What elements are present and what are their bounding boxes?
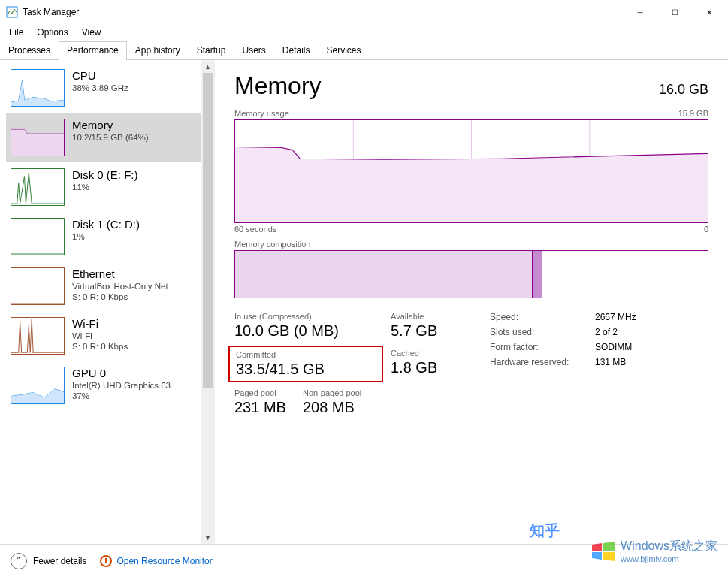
- sidebar-cpu-title: CPU: [72, 69, 128, 82]
- sidebar-disk1-sub: 1%: [72, 232, 140, 241]
- sidebar-item-wifi[interactable]: Wi-Fi Wi-Fi S: 0 R: 0 Kbps: [6, 311, 201, 361]
- maximize-button[interactable]: ☐: [657, 0, 692, 24]
- svg-marker-1: [11, 80, 64, 106]
- windows-logo-icon: [591, 540, 616, 563]
- svg-marker-3: [11, 389, 64, 403]
- axis-right: 0: [704, 225, 708, 234]
- tab-users[interactable]: Users: [234, 41, 273, 60]
- sidebar-ethernet-sub2: S: 0 R: 0 Kbps: [72, 292, 168, 301]
- performance-sidebar: CPU 38% 3.89 GHz Memory 10.2/15.9 GB (64…: [0, 60, 201, 544]
- app-icon: [6, 6, 18, 18]
- fewer-details-button[interactable]: ˄ Fewer details: [11, 553, 86, 569]
- tab-bar: Processes Performance App history Startu…: [0, 41, 728, 60]
- menubar: File Options View: [0, 24, 728, 41]
- memory-usage-chart[interactable]: [234, 119, 708, 223]
- comp-in-use-segment: [235, 251, 533, 298]
- resource-monitor-icon: [100, 555, 112, 567]
- usage-chart-label: Memory usage: [234, 109, 289, 118]
- watermark-zhihu: 知乎: [530, 521, 560, 541]
- sidebar-gpu0-sub2: 37%: [72, 391, 171, 400]
- memory-total: 16.0 GB: [659, 82, 708, 98]
- menu-view[interactable]: View: [76, 26, 107, 39]
- sidebar-memory-title: Memory: [72, 119, 149, 131]
- ethernet-thumbnail-chart: [11, 267, 65, 305]
- disk0-thumbnail-chart: [11, 168, 65, 206]
- chevron-up-icon: ˄: [11, 553, 27, 569]
- menu-file[interactable]: File: [3, 26, 29, 39]
- svg-marker-9: [592, 543, 602, 551]
- stat-available: Available 5.7 GB: [391, 312, 473, 340]
- sidebar-wifi-sub2: S: 0 R: 0 Kbps: [72, 342, 128, 351]
- usage-chart-max: 15.9 GB: [678, 109, 708, 118]
- close-button[interactable]: ✕: [692, 0, 726, 24]
- memory-panel: Memory 16.0 GB Memory usage 15.9 GB 60 s…: [215, 60, 728, 544]
- wifi-thumbnail-chart: [11, 317, 65, 355]
- open-resource-monitor-link[interactable]: Open Resource Monitor: [100, 555, 212, 567]
- tab-performance[interactable]: Performance: [59, 41, 127, 60]
- sidebar-item-disk0[interactable]: Disk 0 (E: F:) 11%: [6, 162, 201, 212]
- detail-slots: 2 of 2: [595, 327, 618, 337]
- disk1-thumbnail-chart: [11, 218, 65, 255]
- detail-hw-reserved: 131 MB: [595, 357, 626, 367]
- detail-form-factor: SODIMM: [595, 342, 632, 352]
- sidebar-wifi-title: Wi-Fi: [72, 317, 128, 330]
- stat-paged-pool: Paged pool 231 MB: [234, 388, 286, 416]
- sidebar-disk0-title: Disk 0 (E: F:): [72, 168, 138, 181]
- sidebar-scrollbar[interactable]: ▲ ▼: [201, 60, 214, 544]
- window-title: Task Manager: [23, 7, 79, 17]
- scroll-down-icon[interactable]: ▼: [201, 531, 214, 544]
- stat-in-use: In use (Compressed) 10.0 GB (0 MB): [234, 312, 377, 340]
- memory-details: Speed:2667 MHz Slots used:2 of 2 Form fa…: [490, 312, 636, 416]
- sidebar-item-memory[interactable]: Memory 10.2/15.9 GB (64%): [6, 113, 201, 162]
- sidebar-disk1-title: Disk 1 (C: D:): [72, 218, 140, 231]
- comp-modified-segment: [533, 251, 542, 298]
- sidebar-ethernet-sub1: VirtualBox Host-Only Net: [72, 282, 168, 291]
- page-title: Memory: [234, 72, 322, 100]
- sidebar-gpu0-sub1: Intel(R) UHD Graphics 63: [72, 381, 171, 390]
- sidebar-memory-sub: 10.2/15.9 GB (64%): [72, 133, 149, 142]
- sidebar-item-gpu0[interactable]: GPU 0 Intel(R) UHD Graphics 63 37%: [6, 361, 201, 410]
- memory-composition-chart[interactable]: [234, 250, 708, 298]
- tab-processes[interactable]: Processes: [0, 41, 59, 60]
- sidebar-ethernet-title: Ethernet: [72, 267, 168, 280]
- svg-rect-0: [7, 7, 17, 17]
- scroll-up-icon[interactable]: ▲: [201, 60, 214, 73]
- tab-app-history[interactable]: App history: [127, 41, 189, 60]
- svg-marker-10: [603, 542, 615, 551]
- cpu-thumbnail-chart: [11, 69, 65, 107]
- scrollbar-thumb[interactable]: [203, 73, 213, 388]
- svg-marker-11: [592, 552, 602, 560]
- tab-startup[interactable]: Startup: [189, 41, 234, 60]
- stat-nonpaged-pool: Non-paged pool 208 MB: [303, 388, 361, 416]
- svg-marker-2: [11, 129, 64, 156]
- titlebar: Task Manager ─ ☐ ✕: [0, 0, 728, 24]
- gpu0-thumbnail-chart: [11, 367, 65, 404]
- detail-speed: 2667 MHz: [595, 312, 636, 322]
- sidebar-cpu-sub: 38% 3.89 GHz: [72, 83, 128, 92]
- stat-cached: Cached 1.8 GB: [391, 349, 473, 379]
- sidebar-disk0-sub: 11%: [72, 183, 138, 192]
- sidebar-gpu0-title: GPU 0: [72, 367, 171, 379]
- comp-chart-label: Memory composition: [234, 240, 310, 249]
- watermark: Windows系统之家 www.bjjmlv.com: [591, 539, 717, 563]
- memory-thumbnail-chart: [11, 119, 65, 156]
- stat-committed: Committed 33.5/41.5 GB: [228, 346, 383, 382]
- sidebar-item-cpu[interactable]: CPU 38% 3.89 GHz: [6, 63, 201, 113]
- tab-services[interactable]: Services: [319, 41, 370, 60]
- tab-details[interactable]: Details: [274, 41, 319, 60]
- sidebar-item-ethernet[interactable]: Ethernet VirtualBox Host-Only Net S: 0 R…: [6, 261, 201, 311]
- menu-options[interactable]: Options: [31, 26, 74, 39]
- svg-marker-12: [603, 552, 615, 561]
- minimize-button[interactable]: ─: [623, 0, 657, 24]
- sidebar-wifi-sub1: Wi-Fi: [72, 331, 128, 340]
- axis-left: 60 seconds: [234, 225, 276, 234]
- sidebar-item-disk1[interactable]: Disk 1 (C: D:) 1%: [6, 212, 201, 261]
